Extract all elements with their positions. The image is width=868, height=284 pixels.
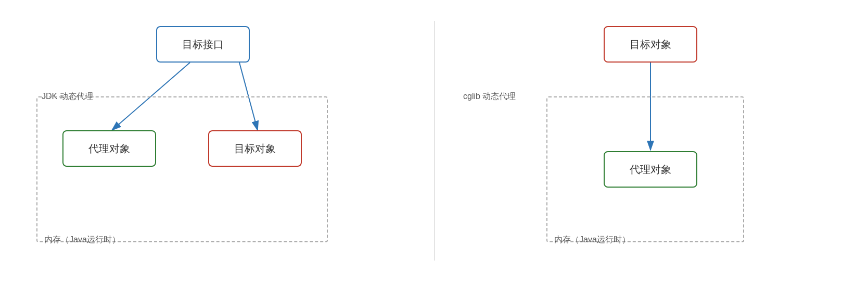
memory-label-left: 内存（Java运行时） (44, 234, 120, 245)
target-interface-box: 目标接口 (156, 26, 250, 63)
jdk-memory-container (36, 96, 328, 242)
target-object-box-left: 目标对象 (208, 130, 302, 167)
right-diagram: cglib 动态代理 目标对象 代理对象 内存（Java运行时） (458, 10, 848, 276)
main-container: JDK 动态代理 目标接口 代理对象 目标对象 内存（Java运行时） (0, 0, 868, 284)
cglib-label: cglib 动态代理 (463, 91, 516, 102)
memory-label-right: 内存（Java运行时） (554, 234, 630, 245)
proxy-object-box-right: 代理对象 (604, 151, 697, 188)
proxy-object-box-left: 代理对象 (62, 130, 156, 167)
divider (434, 21, 435, 261)
left-diagram: JDK 动态代理 目标接口 代理对象 目标对象 内存（Java运行时） (26, 10, 416, 276)
target-object-box-right-top: 目标对象 (604, 26, 697, 63)
